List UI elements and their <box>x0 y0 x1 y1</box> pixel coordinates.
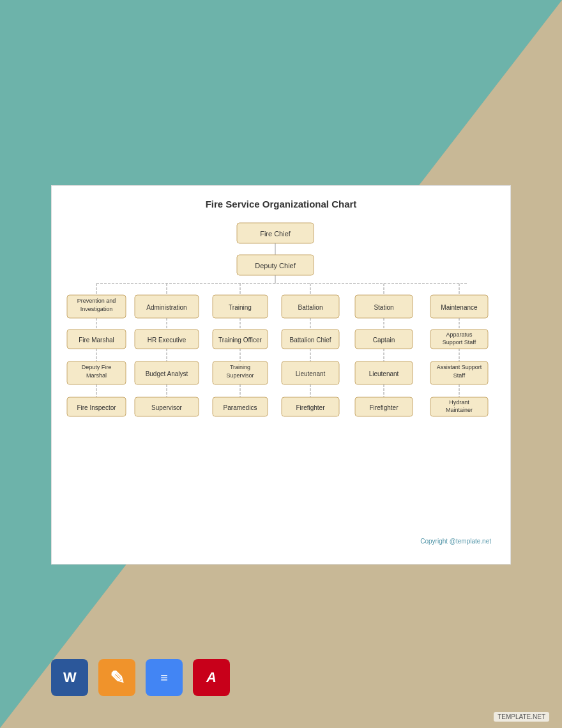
acrobat-icon[interactable]: A <box>193 659 230 696</box>
svg-text:Fire Inspector: Fire Inspector <box>77 404 116 411</box>
svg-text:Battalion: Battalion <box>298 304 323 311</box>
svg-text:Investigation: Investigation <box>80 306 113 312</box>
svg-text:Apparatus: Apparatus <box>446 331 473 338</box>
svg-text:Supervisor: Supervisor <box>151 404 182 411</box>
chart-title: Fire Service Organizational Chart <box>65 199 497 209</box>
app-icons-row: W ✎ ≡ A <box>51 659 230 696</box>
svg-text:Support Staff: Support Staff <box>443 339 476 345</box>
svg-text:Firefighter: Firefighter <box>369 404 399 411</box>
svg-text:HR Executive: HR Executive <box>148 337 186 344</box>
svg-text:Budget Analyst: Budget Analyst <box>146 370 188 377</box>
deputy-chief-label: Deputy Chief <box>255 262 296 269</box>
svg-text:Prevention and: Prevention and <box>77 298 116 304</box>
pages-icon[interactable]: ✎ <box>98 659 135 696</box>
copyright-text: Copyright @template.net <box>65 538 497 545</box>
svg-text:Supervisor: Supervisor <box>226 372 254 379</box>
svg-text:Captain: Captain <box>373 337 395 344</box>
svg-text:Lieutenant: Lieutenant <box>296 370 326 377</box>
svg-text:Staff: Staff <box>453 372 466 379</box>
svg-text:Battalion Chief: Battalion Chief <box>289 337 331 344</box>
docs-icon[interactable]: ≡ <box>146 659 183 696</box>
word-icon[interactable]: W <box>51 659 88 696</box>
svg-text:Administration: Administration <box>146 304 186 311</box>
svg-text:Deputy Fire: Deputy Fire <box>82 364 112 370</box>
svg-text:Training: Training <box>230 364 250 370</box>
watermark: TEMPLATE.NET <box>494 712 549 722</box>
svg-text:Maintenance: Maintenance <box>441 304 478 311</box>
svg-text:Lieutenant: Lieutenant <box>369 370 399 377</box>
svg-text:Assistant Support: Assistant Support <box>437 364 482 370</box>
svg-text:Firefighter: Firefighter <box>296 404 325 411</box>
fire-chief-label: Fire Chief <box>260 230 291 238</box>
org-chart-card: Fire Service Organizational Chart Fire C… <box>51 185 511 565</box>
svg-text:Fire Marshal: Fire Marshal <box>79 337 114 344</box>
svg-text:Paramedics: Paramedics <box>224 404 257 411</box>
org-chart-svg: Fire Chief Deputy Chief Prevention and I… <box>65 220 499 533</box>
svg-text:Training: Training <box>229 304 252 311</box>
svg-text:Maintainer: Maintainer <box>446 407 473 413</box>
svg-text:Hydrant: Hydrant <box>449 399 469 406</box>
copyright-link: @template.net <box>450 538 491 545</box>
svg-text:Training Officer: Training Officer <box>218 337 262 344</box>
svg-text:Station: Station <box>374 304 393 311</box>
svg-text:Marshal: Marshal <box>86 372 107 379</box>
